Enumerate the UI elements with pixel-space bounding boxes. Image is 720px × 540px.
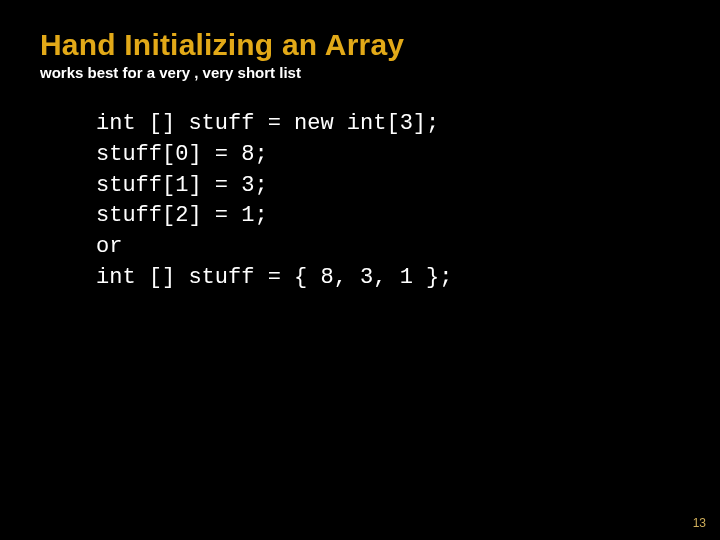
page-number: 13 (693, 516, 706, 530)
slide: Hand Initializing an Array works best fo… (0, 0, 720, 540)
code-block: int [] stuff = new int[3]; stuff[0] = 8;… (0, 81, 720, 294)
slide-title: Hand Initializing an Array (0, 0, 720, 62)
slide-subtitle: works best for a very , very short list (0, 62, 720, 81)
